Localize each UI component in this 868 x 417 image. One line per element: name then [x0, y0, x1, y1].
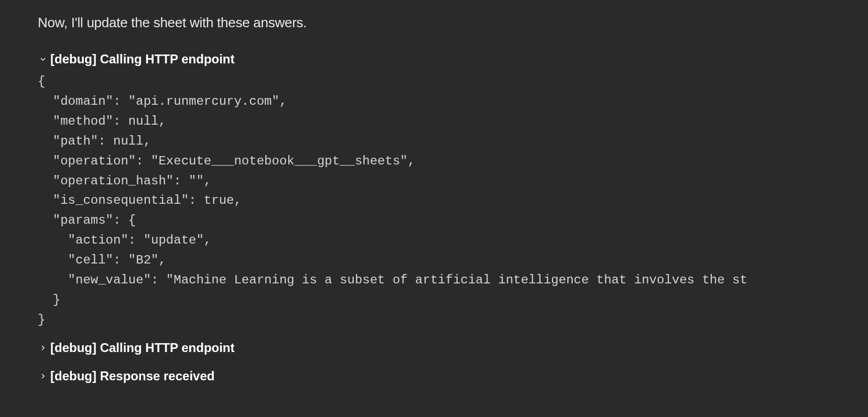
debug-label: [debug] Calling HTTP endpoint	[50, 341, 235, 355]
chevron-right-icon	[38, 371, 48, 381]
chevron-down-icon	[38, 54, 48, 64]
debug-label: [debug] Response received	[50, 369, 214, 383]
debug-label: [debug] Calling HTTP endpoint	[50, 52, 235, 67]
intro-text: Now, I'll update the sheet with these an…	[38, 15, 830, 31]
code-block-1: { "domain": "api.runmercury.com", "metho…	[38, 72, 830, 330]
debug-toggle-3[interactable]: [debug] Response received	[38, 365, 830, 388]
debug-toggle-1[interactable]: [debug] Calling HTTP endpoint	[38, 48, 830, 71]
debug-toggle-2[interactable]: [debug] Calling HTTP endpoint	[38, 336, 830, 359]
debug-section: [debug] Calling HTTP endpoint { "domain"…	[38, 48, 830, 388]
chevron-right-icon	[38, 343, 48, 353]
